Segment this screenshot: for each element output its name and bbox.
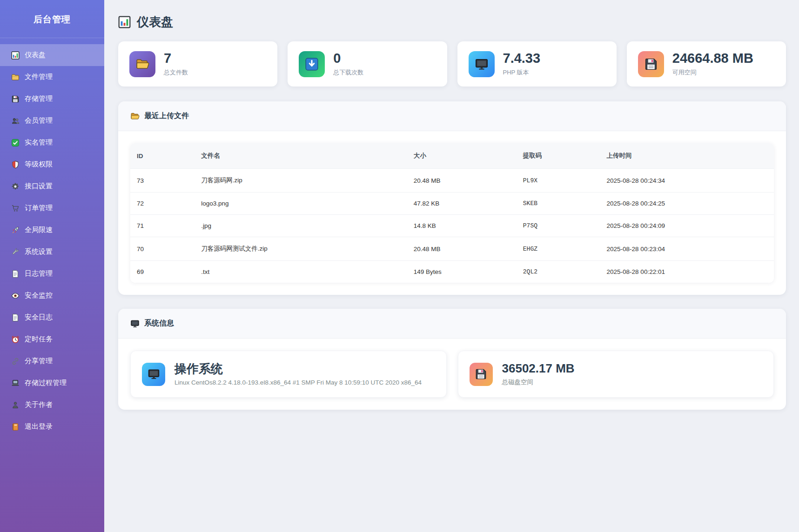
cell-filename: .txt: [195, 261, 407, 283]
alarm-icon: [11, 335, 20, 344]
stat-card: 0 总下载次数: [288, 41, 447, 86]
system-info-text: 36502.17 MB 总磁盘空间: [502, 362, 575, 387]
gear-icon: [11, 182, 20, 191]
recent-files-panel: 最近上传文件 ID文件名大小提取码上传时间: [118, 101, 786, 295]
sidebar-item-label: 会员管理: [25, 116, 53, 125]
stat-value: 7.4.33: [503, 51, 541, 66]
system-info-card-title: 36502.17 MB: [502, 362, 575, 375]
sidebar-item-label: 订单管理: [25, 204, 53, 213]
cell-upload-time: 2025-08-28 00:24:34: [600, 169, 774, 193]
memo-icon: [11, 270, 20, 278]
floppy-icon: [470, 363, 493, 386]
sidebar-item[interactable]: 全局限速: [0, 219, 104, 241]
cell-id: 69: [130, 261, 195, 283]
app-root: 后台管理 仪表盘 文件管理 存储管理 会员管理 实名管理: [0, 0, 799, 532]
cell-filename: 刀客源码网测试文件.zip: [195, 237, 407, 261]
table-row: 73 刀客源码网.zip 20.48 MB PL9X 2025-08-28 00…: [130, 169, 774, 193]
main-content: 仪表盘 7 总文件数 0 总下载次数: [104, 0, 799, 532]
system-info-card-description: 总磁盘空间: [502, 378, 575, 386]
recent-files-title: 最近上传文件: [144, 111, 189, 121]
recent-files-body: ID文件名大小提取码上传时间 73 刀客源码网.zip 20.48 MB PL9…: [118, 131, 786, 295]
system-info-panel: 系统信息 操作系统 Linux CentOs8.2.2 4.18.0-193.e…: [118, 309, 786, 410]
cell-id: 70: [130, 237, 195, 261]
sidebar-item[interactable]: 等级权限: [0, 153, 104, 175]
cell-id: 73: [130, 169, 195, 193]
stat-label: PHP 版本: [503, 68, 541, 77]
check-icon: [11, 139, 20, 147]
system-info-header: 系统信息: [118, 309, 786, 339]
eye-icon: [11, 292, 20, 300]
floppy-icon: [638, 51, 664, 77]
sidebar-item[interactable]: 分享管理: [0, 350, 104, 372]
sidebar-item[interactable]: 安全监控: [0, 285, 104, 306]
table-row: 69 .txt 149 Bytes 2QL2 2025-08-28 00:22:…: [130, 261, 774, 283]
stat-value: 0: [333, 51, 363, 66]
recent-files-table: ID文件名大小提取码上传时间 73 刀客源码网.zip 20.48 MB PL9…: [130, 143, 774, 283]
sidebar-item[interactable]: 退出登录: [0, 416, 104, 438]
column-header: 上传时间: [600, 143, 774, 169]
cell-size: 47.82 KB: [407, 193, 517, 215]
recent-files-header: 最近上传文件: [118, 101, 786, 131]
column-header: 文件名: [195, 143, 407, 169]
sidebar-item[interactable]: 定时任务: [0, 328, 104, 350]
bar-chart-icon: [118, 16, 131, 28]
stat-text: 0 总下载次数: [333, 51, 363, 77]
sidebar-item-label: 日志管理: [25, 269, 53, 278]
system-info-body: 操作系统 Linux CentOs8.2.2 4.18.0-193.el8.x8…: [118, 339, 786, 410]
sidebar-item[interactable]: 仪表盘: [0, 44, 104, 66]
sidebar-item[interactable]: 实名管理: [0, 132, 104, 153]
cell-id: 71: [130, 215, 195, 237]
cell-code: 2QL2: [517, 261, 600, 283]
stat-label: 可用空间: [672, 68, 753, 77]
table-row: 72 logo3.png 47.82 KB SKEB 2025-08-28 00…: [130, 193, 774, 215]
page-title: 仪表盘: [137, 14, 173, 30]
column-header: 大小: [407, 143, 517, 169]
sidebar-item-label: 安全日志: [25, 313, 53, 322]
cell-code: P7SQ: [517, 215, 600, 237]
system-info-text: 操作系统 Linux CentOs8.2.2 4.18.0-193.el8.x8…: [175, 362, 422, 386]
sidebar-item[interactable]: 关于作者: [0, 394, 104, 416]
sidebar-item[interactable]: 文件管理: [0, 66, 104, 88]
cell-filename: 刀客源码网.zip: [195, 169, 407, 193]
stat-label: 总文件数: [164, 68, 188, 77]
cell-upload-time: 2025-08-28 00:24:25: [600, 193, 774, 215]
sidebar-item[interactable]: 日志管理: [0, 263, 104, 285]
system-info-title: 系统信息: [144, 319, 174, 328]
cell-upload-time: 2025-08-28 00:22:01: [600, 261, 774, 283]
stat-label: 总下载次数: [333, 68, 363, 77]
wrench-icon: [11, 248, 20, 256]
sidebar-item[interactable]: 存储过程管理: [0, 372, 104, 394]
open-folder-icon: [130, 112, 140, 121]
floppy-icon: [11, 95, 20, 103]
page-header: 仪表盘: [118, 14, 786, 30]
app-title: 后台管理: [0, 0, 104, 38]
sidebar-item[interactable]: 接口设置: [0, 175, 104, 197]
sidebar-item-label: 系统设置: [25, 247, 53, 256]
person-icon: [11, 401, 20, 409]
sidebar-item-label: 全局限速: [25, 226, 53, 234]
sidebar-item[interactable]: 系统设置: [0, 241, 104, 263]
stat-value: 24664.88 MB: [672, 51, 753, 66]
sidebar-item-label: 存储过程管理: [25, 379, 67, 387]
stat-value: 7: [164, 51, 188, 66]
download-icon: [299, 51, 325, 77]
cell-size: 149 Bytes: [407, 261, 517, 283]
memo-icon: [11, 313, 20, 322]
sidebar-item[interactable]: 存储管理: [0, 88, 104, 110]
sidebar-item-label: 文件管理: [25, 73, 53, 81]
sidebar-item[interactable]: 安全日志: [0, 306, 104, 328]
open-folder-icon: [129, 51, 155, 77]
sidebar-item-label: 分享管理: [25, 357, 53, 366]
cart-icon: [11, 204, 20, 213]
folder-icon: [11, 73, 20, 81]
monitor-icon: [469, 51, 495, 77]
stat-card: 24664.88 MB 可用空间: [627, 41, 786, 86]
bar-chart-icon: [11, 51, 20, 60]
sidebar-item[interactable]: 会员管理: [0, 110, 104, 132]
rocket-icon: [11, 226, 20, 234]
column-header: 提取码: [517, 143, 600, 169]
sidebar-item-label: 实名管理: [25, 138, 53, 147]
laptop-icon: [11, 379, 20, 387]
sidebar-item[interactable]: 订单管理: [0, 197, 104, 219]
monitor-icon: [142, 363, 165, 386]
